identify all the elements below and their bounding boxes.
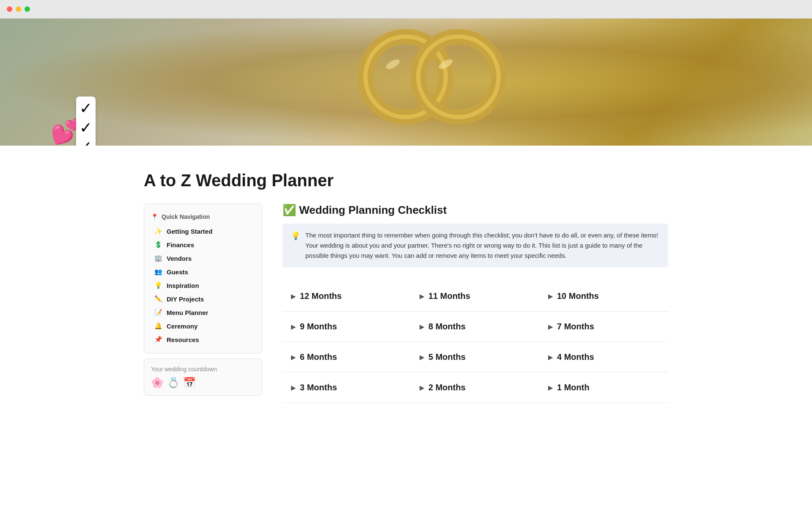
checklist-item-8-months[interactable]: ▶ 8 Months [411, 312, 540, 342]
expand-icon: ▶ [420, 323, 424, 330]
checklist-item-9-months[interactable]: ▶ 9 Months [283, 312, 411, 342]
countdown-icons: 🌸 💍 📅 [151, 377, 255, 389]
sidebar-nav: 📍 Quick Navigation ✨ Getting Started 💲 F… [144, 204, 262, 353]
sidebar-item-vendors[interactable]: 🏢 Vendors [144, 251, 262, 265]
info-icon: 💡 [291, 231, 300, 240]
sidebar-nav-title: 📍 Quick Navigation [144, 211, 262, 224]
checklist-item-11-months[interactable]: ▶ 11 Months [411, 281, 540, 312]
sidebar-countdown: Your wedding countdown 🌸 💍 📅 [144, 359, 262, 396]
checklist-item-3-months[interactable]: ▶ 3 Months [283, 373, 411, 403]
expand-icon: ▶ [548, 323, 553, 330]
checklist-grid: ▶ 12 Months ▶ 11 Months ▶ 10 Months [283, 281, 668, 403]
checklist-item-7-months[interactable]: ▶ 7 Months [540, 312, 668, 342]
guests-icon: 👥 [154, 268, 162, 276]
checklist-item-12-months[interactable]: ▶ 12 Months [283, 281, 411, 312]
expand-icon: ▶ [420, 384, 424, 391]
sidebar-item-resources[interactable]: 📌 Resources [144, 333, 262, 346]
page-title: A to Z Wedding Planner [144, 146, 668, 204]
resources-icon: 📌 [154, 336, 162, 343]
minimize-button[interactable] [16, 6, 21, 12]
checklist-item-5-months[interactable]: ▶ 5 Months [411, 342, 540, 373]
expand-icon: ▶ [291, 354, 296, 361]
sidebar-item-menu-planner[interactable]: 📝 Menu Planner [144, 306, 262, 319]
hero-banner: 💕 ✓ ✓ ✓ [0, 19, 812, 146]
svg-point-4 [384, 58, 401, 71]
checklist-item-1-month[interactable]: ▶ 1 Month [540, 373, 668, 403]
checklist-item-6-months[interactable]: ▶ 6 Months [283, 342, 411, 373]
countdown-icon-2: 💍 [167, 377, 180, 389]
expand-icon: ▶ [291, 323, 296, 330]
sidebar-item-inspiration[interactable]: 💡 Inspiration [144, 279, 262, 292]
expand-icon: ▶ [291, 293, 296, 300]
checklist-item-4-months[interactable]: ▶ 4 Months [540, 342, 668, 373]
maximize-button[interactable] [25, 6, 30, 12]
countdown-title: Your wedding countdown [151, 366, 255, 373]
sidebar-item-getting-started[interactable]: ✨ Getting Started [144, 224, 262, 238]
browser-chrome [0, 0, 812, 19]
inspiration-icon: 💡 [154, 282, 162, 289]
expand-icon: ▶ [420, 293, 424, 300]
sidebar-item-guests[interactable]: 👥 Guests [144, 265, 262, 279]
sidebar: 📍 Quick Navigation ✨ Getting Started 💲 F… [144, 204, 262, 396]
getting-started-icon: ✨ [154, 227, 162, 235]
info-text: The most important thing to remember whe… [305, 230, 660, 261]
countdown-icon-3: 📅 [183, 377, 196, 389]
wedding-rings-illustration [340, 24, 560, 130]
vendors-icon: 🏢 [154, 254, 162, 262]
ceremony-icon: 🔔 [154, 322, 162, 330]
expand-icon: ▶ [548, 293, 553, 300]
expand-icon: ▶ [291, 384, 296, 391]
info-box: 💡 The most important thing to remember w… [283, 224, 668, 268]
page-content: A to Z Wedding Planner 📍 Quick Navigatio… [110, 146, 702, 420]
diy-icon: ✏️ [154, 295, 162, 303]
close-button[interactable] [7, 6, 12, 12]
checklist-item-10-months[interactable]: ▶ 10 Months [540, 281, 668, 312]
page-icon: 💕 ✓ ✓ ✓ [51, 105, 96, 146]
menu-icon: 📝 [154, 309, 162, 316]
sidebar-item-diy-projects[interactable]: ✏️ DIY Projects [144, 292, 262, 306]
expand-icon: ▶ [548, 354, 553, 361]
expand-icon: ▶ [420, 354, 424, 361]
svg-point-3 [418, 37, 499, 117]
main-content-area: ✅ Wedding Planning Checklist 💡 The most … [283, 204, 668, 403]
navigation-icon: 📍 [151, 213, 158, 220]
section-title: ✅ Wedding Planning Checklist [283, 204, 668, 217]
sidebar-item-ceremony[interactable]: 🔔 Ceremony [144, 319, 262, 333]
finances-icon: 💲 [154, 241, 162, 248]
countdown-icon-1: 🌸 [151, 377, 164, 389]
sidebar-item-finances[interactable]: 💲 Finances [144, 238, 262, 251]
main-layout: 📍 Quick Navigation ✨ Getting Started 💲 F… [144, 204, 668, 403]
expand-icon: ▶ [548, 384, 553, 391]
checklist-item-2-months[interactable]: ▶ 2 Months [411, 373, 540, 403]
